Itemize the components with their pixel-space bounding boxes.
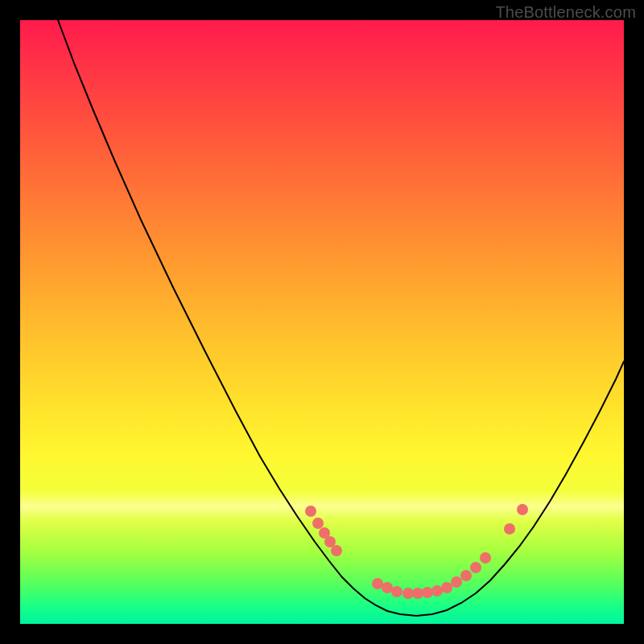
data-marker	[391, 586, 402, 597]
data-marker	[460, 570, 472, 581]
data-marker	[422, 587, 433, 598]
data-marker	[412, 588, 423, 599]
curve-layer	[20, 20, 624, 624]
chart-container: TheBottleneck.com	[0, 0, 644, 644]
data-marker	[372, 578, 383, 589]
data-marker	[402, 588, 414, 599]
data-marker	[451, 576, 462, 588]
data-marker	[305, 506, 316, 517]
data-marker	[517, 504, 528, 515]
data-markers-group	[305, 504, 528, 599]
bottleneck-curve	[58, 20, 624, 616]
data-marker	[441, 582, 452, 593]
data-marker	[480, 552, 491, 564]
plot-area	[20, 20, 624, 624]
data-marker	[504, 523, 515, 535]
data-marker	[312, 518, 324, 529]
data-marker	[331, 545, 342, 556]
watermark-label: TheBottleneck.com	[495, 3, 636, 22]
data-marker	[470, 562, 481, 573]
data-marker	[431, 585, 443, 597]
data-marker	[382, 582, 393, 593]
